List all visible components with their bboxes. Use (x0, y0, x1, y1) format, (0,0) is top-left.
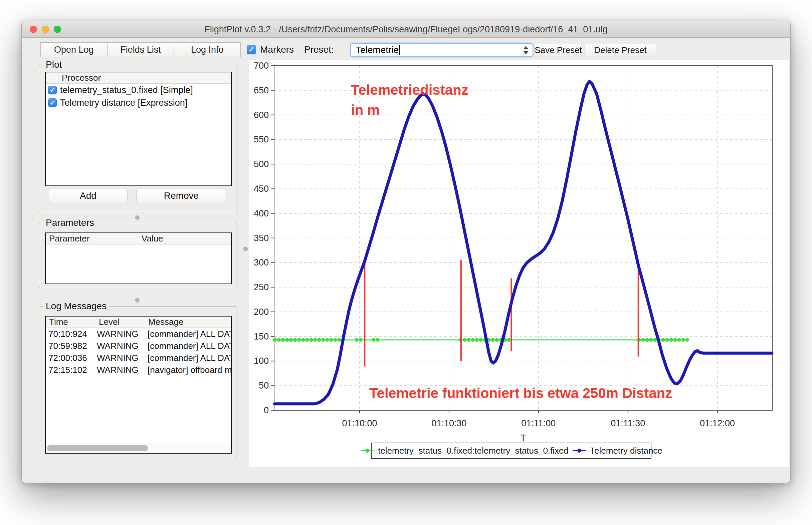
telemetry-status-dot (313, 338, 317, 342)
log-info-button[interactable]: Log Info (174, 42, 241, 57)
telemetry-status-dot (355, 338, 359, 342)
splitter-handle[interactable] (135, 215, 140, 220)
time-column-header: Time (46, 317, 96, 328)
log-time-cell: 72:00:036 (46, 353, 96, 363)
y-tick-label: 350 (254, 233, 269, 243)
log-table-header: Time Level Message (46, 317, 231, 328)
y-tick-label: 700 (254, 61, 269, 71)
telemetry-status-dot (372, 338, 375, 342)
telemetry-status-dot (317, 338, 321, 342)
telemetry-status-dot (334, 338, 337, 342)
markers-label: Markers (260, 42, 294, 57)
telemetry-status-dot (471, 338, 475, 342)
legend-label-distance: Telemetry distance (590, 446, 663, 456)
telemetry-status-dot (285, 338, 289, 342)
telemetry-status-dot (337, 338, 341, 342)
y-tick-label: 300 (254, 257, 269, 268)
chart-legend: telemetry_status_0.fixed:telemetry_statu… (371, 442, 651, 459)
telemetry-status-dot (665, 338, 669, 342)
telemetry-status-dot (376, 338, 380, 342)
plot-table[interactable]: Processor ✓telemetry_status_0.fixed [Sim… (45, 72, 232, 186)
plot-area[interactable] (274, 66, 772, 410)
parameters-group: Parameters Parameter Value (39, 223, 237, 288)
log-message-cell: [commander] ALL DAT (145, 353, 231, 363)
parameter-column-header: Parameter (46, 233, 138, 244)
telemetry-status-dot (475, 338, 478, 342)
processor-row-label: telemetry_status_0.fixed [Simple] (60, 85, 193, 95)
telemetry-status-dot (321, 338, 325, 342)
telemetry-status-dot (325, 338, 329, 342)
log-message-row[interactable]: 72:15:102WARNING[navigator] offboard m (46, 364, 231, 376)
log-level-cell: WARNING (96, 329, 145, 339)
telemetry-status-dot (330, 338, 333, 342)
plot-table-row[interactable]: ✓Telemetry distance [Expression] (46, 96, 231, 109)
chart-panel[interactable]: 0501001502002503003504004505005506006507… (249, 60, 789, 467)
x-tick-label: 01:10:30 (431, 418, 466, 428)
fields-list-button[interactable]: Fields List (107, 42, 174, 57)
preset-combobox[interactable]: Telemetrie (350, 43, 533, 57)
telemetry-status-dot (641, 338, 645, 342)
log-message-row[interactable]: 70:10:924WARNING[commander] ALL DAT (46, 328, 231, 340)
log-level-cell: WARNING (96, 365, 145, 375)
telemetry-chart[interactable]: 0501001502002503003504004505005506006507… (249, 60, 789, 467)
y-tick-label: 250 (254, 282, 269, 292)
text-caret (399, 45, 400, 55)
telemetry-status-dot (662, 338, 665, 342)
telemetry-status-dot (479, 338, 483, 342)
panel-splitter-handle[interactable] (243, 247, 248, 251)
plot-group-title: Plot (43, 59, 64, 70)
row-checkbox[interactable]: ✓ (48, 86, 57, 94)
telemetry-status-dot (301, 338, 305, 342)
log-time-cell: 72:15:102 (46, 365, 96, 375)
y-tick-label: 500 (254, 159, 269, 169)
telemetry-status-dot (669, 338, 673, 342)
chevron-up-icon (523, 46, 528, 49)
x-tick-label: 01:12:00 (700, 418, 735, 428)
y-tick-label: 100 (254, 356, 269, 366)
log-messages-table[interactable]: Time Level Message 70:10:924WARNING[comm… (45, 316, 232, 454)
telemetry-status-dot (491, 338, 495, 342)
delete-preset-button[interactable]: Delete Preset (585, 44, 656, 56)
preset-value: Telemetrie (351, 45, 398, 55)
parameters-group-title: Parameters (43, 217, 97, 228)
telemetry-status-dot (281, 338, 285, 342)
telemetry-status-dot (685, 338, 689, 342)
y-tick-label: 550 (254, 134, 269, 145)
y-tick-label: 650 (254, 85, 269, 95)
add-button[interactable]: Add (49, 188, 128, 203)
scrollbar-thumb[interactable] (47, 445, 148, 451)
processor-column-header: Processor (58, 72, 231, 84)
plot-group: Plot Processor ✓telemetry_status_0.fixed… (39, 65, 237, 212)
telemetry-status-dot (467, 338, 470, 342)
telemetry-status-dot (678, 338, 681, 342)
x-tick-label: 01:10:00 (342, 418, 377, 428)
telemetry-status-dot (681, 338, 685, 342)
open-log-button[interactable]: Open Log (40, 42, 107, 57)
title-bar[interactable]: FlightPlot v.0.3.2 - /Users/fritz/Docume… (22, 21, 790, 38)
markers-checkbox[interactable]: ✓ (247, 45, 256, 54)
y-tick-label: 600 (254, 110, 269, 120)
horizontal-scrollbar[interactable] (46, 443, 231, 453)
plot-table-row[interactable]: ✓telemetry_status_0.fixed [Simple] (46, 84, 231, 96)
row-checkbox[interactable]: ✓ (48, 99, 57, 107)
remove-button[interactable]: Remove (136, 188, 227, 203)
telemetry-status-dot (309, 338, 313, 342)
splitter-handle[interactable] (135, 298, 140, 302)
y-tick-label: 150 (254, 332, 269, 342)
telemetry-status-dot (673, 338, 677, 342)
x-tick-label: 01:11:00 (521, 418, 555, 428)
log-level-cell: WARNING (96, 341, 145, 351)
log-message-row[interactable]: 72:00:036WARNING[commander] ALL DAT (46, 352, 231, 364)
combo-stepper-icon[interactable] (520, 44, 531, 56)
parameters-table[interactable]: Parameter Value (45, 232, 232, 284)
telemetry-status-dot (463, 338, 466, 342)
chevron-down-icon (523, 51, 528, 54)
save-preset-button[interactable]: Save Preset (535, 44, 582, 56)
log-message-cell: [commander] ALL DAT (145, 329, 231, 339)
telemetry-status-dot (507, 338, 511, 342)
window-title: FlightPlot v.0.3.2 - /Users/fritz/Docume… (22, 21, 790, 38)
log-message-row[interactable]: 70:59:982WARNING[commander] ALL DAT (46, 340, 231, 352)
message-column-header: Message (145, 317, 231, 328)
level-column-header: Level (96, 317, 145, 328)
telemetry-status-dot (653, 338, 657, 342)
